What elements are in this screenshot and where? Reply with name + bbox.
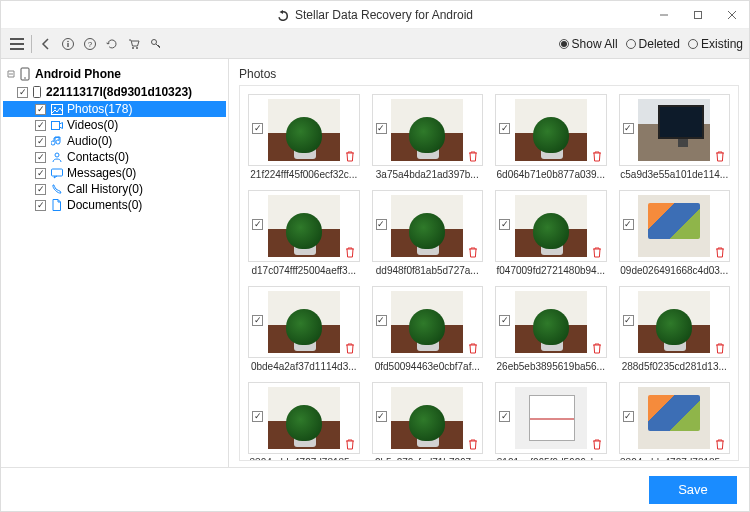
info-icon[interactable]	[58, 34, 78, 54]
help-icon[interactable]: ?	[80, 34, 100, 54]
category-label: Call History(0)	[67, 182, 143, 196]
thumbnail-image	[391, 195, 463, 257]
expand-icon	[7, 70, 15, 78]
checkbox[interactable]	[623, 219, 634, 230]
thumbnail-item[interactable]: 21f224fff45f006ecf32c...	[248, 94, 360, 180]
checkbox[interactable]	[35, 168, 46, 179]
category-label: Messages(0)	[67, 166, 136, 180]
checkbox[interactable]	[252, 219, 263, 230]
thumbnail-item[interactable]: 0fd50094463e0cbf7af...	[372, 286, 484, 372]
filter-label: Deleted	[639, 37, 680, 51]
checkbox[interactable]	[17, 87, 28, 98]
thumbnail-filename: c5a9d3e55a101de114...	[619, 169, 731, 180]
thumbnail-box	[495, 286, 607, 358]
checkbox[interactable]	[35, 136, 46, 147]
thumbnail-box	[372, 286, 484, 358]
svg-point-7	[132, 47, 134, 49]
checkbox[interactable]	[623, 315, 634, 326]
thumbnail-item[interactable]: 3304edde4727d78185...	[248, 382, 360, 460]
thumbnail-box	[248, 190, 360, 262]
thumbnail-item[interactable]: 288d5f0235cd281d13...	[619, 286, 731, 372]
thumbnail-item[interactable]: c5a9d3e55a101de114...	[619, 94, 731, 180]
maximize-button[interactable]	[681, 1, 715, 29]
tree-category[interactable]: Call History(0)	[3, 181, 226, 197]
checkbox[interactable]	[252, 123, 263, 134]
thumbnail-filename: 2b5c270cfed71b7067...	[372, 457, 484, 460]
tree-device[interactable]: 22111317I(8d9301d10323)	[3, 83, 226, 101]
content-title: Photos	[229, 59, 749, 85]
save-button[interactable]: Save	[649, 476, 737, 504]
tree-category[interactable]: Contacts(0)	[3, 149, 226, 165]
checkbox[interactable]	[499, 123, 510, 134]
minimize-button[interactable]	[647, 1, 681, 29]
checkbox[interactable]	[35, 200, 46, 211]
thumbnail-filename: 3101eaf065f9d5626cb...	[495, 457, 607, 460]
checkbox[interactable]	[499, 219, 510, 230]
close-button[interactable]	[715, 1, 749, 29]
tree-category[interactable]: Audio(0)	[3, 133, 226, 149]
refresh-icon[interactable]	[102, 34, 122, 54]
trash-icon	[591, 246, 603, 258]
thumbnail-box	[248, 94, 360, 166]
checkbox[interactable]	[252, 411, 263, 422]
checkbox[interactable]	[623, 411, 634, 422]
thumbnail-filename: 3a75a4bda21ad397b...	[372, 169, 484, 180]
tree-category[interactable]: Documents(0)	[3, 197, 226, 213]
toolbar: ? Show All Deleted Existing	[1, 29, 749, 59]
thumbnail-item[interactable]: 2b5c270cfed71b7067...	[372, 382, 484, 460]
trash-icon	[714, 150, 726, 162]
tree-category[interactable]: Photos(178)	[3, 101, 226, 117]
tree-root[interactable]: Android Phone	[3, 65, 226, 83]
checkbox[interactable]	[499, 315, 510, 326]
checkbox[interactable]	[252, 315, 263, 326]
back-icon[interactable]	[36, 34, 56, 54]
filter-show-all[interactable]: Show All	[559, 37, 618, 51]
thumbnail-item[interactable]: dd948f0f81ab5d727a...	[372, 190, 484, 276]
divider	[31, 35, 32, 53]
thumbnail-item[interactable]: f047009fd2721480b94...	[495, 190, 607, 276]
thumbnail-item[interactable]: 6d064b71e0b877a039...	[495, 94, 607, 180]
thumbnail-box	[619, 190, 731, 262]
filter-existing[interactable]: Existing	[688, 37, 743, 51]
checkbox[interactable]	[376, 411, 387, 422]
checkbox[interactable]	[35, 152, 46, 163]
thumbnail-item[interactable]: 3304edde4727d78185...	[619, 382, 731, 460]
checkbox[interactable]	[35, 104, 46, 115]
thumbnail-image	[638, 387, 710, 449]
svg-point-11	[24, 77, 26, 79]
checkbox[interactable]	[623, 123, 634, 134]
checkbox[interactable]	[376, 315, 387, 326]
thumbnail-image	[638, 291, 710, 353]
thumbnail-box	[619, 286, 731, 358]
thumbnail-filename: 288d5f0235cd281d13...	[619, 361, 731, 372]
menu-icon[interactable]	[7, 34, 27, 54]
filter-deleted[interactable]: Deleted	[626, 37, 680, 51]
checkbox[interactable]	[376, 219, 387, 230]
checkbox[interactable]	[499, 411, 510, 422]
trash-icon	[714, 342, 726, 354]
tree-category[interactable]: Messages(0)	[3, 165, 226, 181]
checkbox[interactable]	[35, 120, 46, 131]
thumbnail-image	[515, 195, 587, 257]
trash-icon	[344, 246, 356, 258]
tree-category[interactable]: Videos(0)	[3, 117, 226, 133]
filter-label: Show All	[572, 37, 618, 51]
checkbox[interactable]	[376, 123, 387, 134]
tree-root-label: Android Phone	[35, 67, 121, 81]
thumbnail-item[interactable]: 3101eaf065f9d5626cb...	[495, 382, 607, 460]
thumbnail-scroll[interactable]: 21f224fff45f006ecf32c...3a75a4bda21ad397…	[240, 86, 738, 460]
thumbnail-item[interactable]: 3a75a4bda21ad397b...	[372, 94, 484, 180]
thumbnail-item[interactable]: 26eb5eb3895619ba56...	[495, 286, 607, 372]
trash-icon	[714, 438, 726, 450]
trash-icon	[467, 150, 479, 162]
thumbnail-item[interactable]: 09de026491668c4d03...	[619, 190, 731, 276]
svg-point-9	[152, 39, 157, 44]
cart-icon[interactable]	[124, 34, 144, 54]
checkbox[interactable]	[35, 184, 46, 195]
thumbnail-item[interactable]: d17c074fff25004aeff3...	[248, 190, 360, 276]
sidebar-tree: Android Phone 22111317I(8d9301d10323) Ph…	[1, 59, 229, 467]
calls-icon	[50, 183, 63, 196]
filter-label: Existing	[701, 37, 743, 51]
thumbnail-item[interactable]: 0bde4a2af37d1114d3...	[248, 286, 360, 372]
key-icon[interactable]	[146, 34, 166, 54]
